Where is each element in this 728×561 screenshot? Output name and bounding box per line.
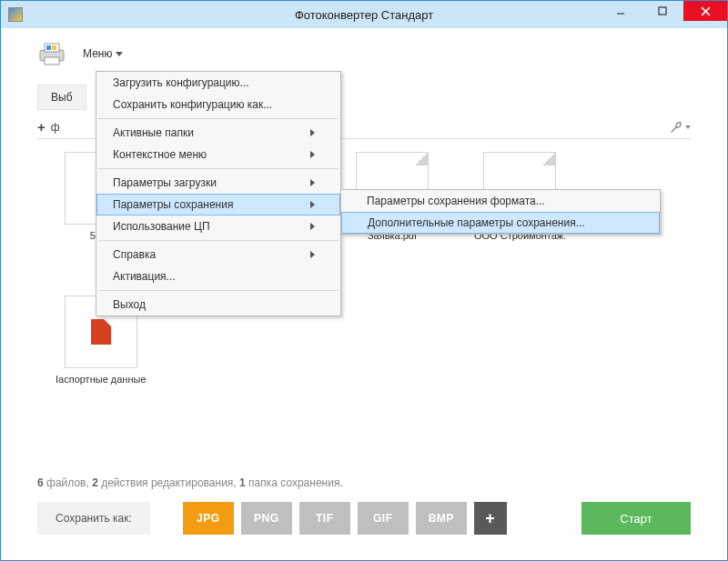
minimize-button[interactable] <box>600 1 642 21</box>
settings-button[interactable] <box>669 120 691 135</box>
printer-icon <box>37 41 66 66</box>
menu-context-menu[interactable]: Контекстное меню <box>96 144 340 165</box>
start-button[interactable]: Старт <box>581 502 691 535</box>
file-label: Iаспортные данные.pdf <box>56 374 147 385</box>
svg-rect-1 <box>659 7 666 15</box>
menu-load-config[interactable]: Загрузить конфигурацию... <box>96 72 340 94</box>
submenu-additional-params[interactable]: Дополнительные параметры сохранения... <box>341 212 660 234</box>
menu-load-params[interactable]: Параметры загрузки <box>96 172 340 194</box>
save-params-submenu: Параметры сохранения формата... Дополнит… <box>340 189 661 235</box>
pdf-icon <box>91 319 111 345</box>
toolbar: Меню <box>1 28 727 70</box>
format-bmp[interactable]: BMP <box>416 502 467 535</box>
app-icon <box>8 7 23 22</box>
submenu-arrow-icon <box>310 201 315 208</box>
menu-exit[interactable]: Выход <box>96 294 340 316</box>
menu-save-params[interactable]: Параметры сохранения <box>96 194 340 215</box>
save-as-label: Сохранить как: <box>37 502 150 535</box>
titlebar: Фотоконвертер Стандарт <box>1 1 727 28</box>
submenu-arrow-icon <box>310 251 315 258</box>
menu-help[interactable]: Справка <box>96 244 340 265</box>
window-controls <box>600 1 727 28</box>
svg-rect-6 <box>46 45 51 50</box>
submenu-arrow-icon <box>310 151 315 158</box>
add-file-fragment: ф <box>51 121 60 134</box>
submenu-format-params[interactable]: Параметры сохранения формата... <box>341 190 660 212</box>
wrench-icon <box>669 120 683 135</box>
submenu-arrow-icon <box>310 129 315 136</box>
action-count: 2 <box>92 476 98 489</box>
menu-separator <box>98 118 339 119</box>
status-line: 6 файлов, 2 действия редактирования, 1 п… <box>1 476 727 502</box>
plus-icon: + <box>37 119 46 135</box>
close-button[interactable] <box>683 1 727 21</box>
format-gif[interactable]: GIF <box>358 502 409 535</box>
chevron-down-icon <box>685 125 691 129</box>
svg-rect-8 <box>45 57 59 65</box>
format-jpg[interactable]: JPG <box>183 502 234 535</box>
format-png[interactable]: PNG <box>241 502 292 535</box>
tab-fragment-left[interactable]: Выб <box>37 85 86 110</box>
menu-active-folders[interactable]: Активные папки <box>96 122 340 144</box>
menu-save-config[interactable]: Сохранить конфигурацию как... <box>96 94 340 115</box>
add-file-button[interactable]: + ф <box>37 119 60 135</box>
svg-rect-7 <box>52 45 56 50</box>
menu-separator <box>98 168 339 169</box>
menu-separator <box>98 240 339 241</box>
maximize-button[interactable] <box>642 1 683 21</box>
menu-cpu-usage[interactable]: Использование ЦП <box>96 215 340 237</box>
menu-activation[interactable]: Активация... <box>96 265 340 287</box>
add-format-button[interactable]: + <box>474 502 507 535</box>
chevron-down-icon <box>116 52 123 56</box>
menu-separator <box>98 290 339 291</box>
bottom-bar: Сохранить как: JPG PNG TIF GIF BMP + Ста… <box>1 502 727 560</box>
submenu-arrow-icon <box>310 179 315 186</box>
submenu-arrow-icon <box>310 223 315 230</box>
app-window: Фотоконвертер Стандарт Меню <box>0 0 728 561</box>
file-count: 6 <box>37 476 44 489</box>
main-menu-dropdown: Загрузить конфигурацию... Сохранить конф… <box>96 71 341 316</box>
menu-label: Меню <box>83 47 112 60</box>
menu-button[interactable]: Меню <box>76 44 130 64</box>
folder-count: 1 <box>239 476 246 489</box>
format-tif[interactable]: TIF <box>299 502 350 535</box>
